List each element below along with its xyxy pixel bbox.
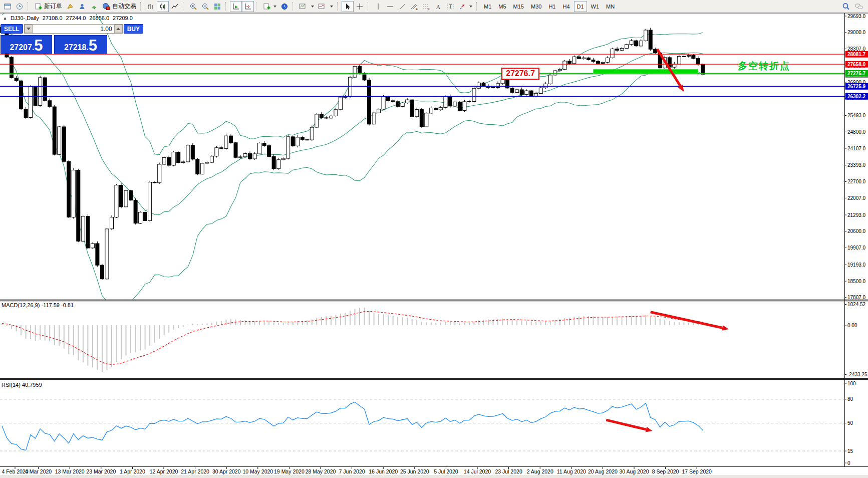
candle-body bbox=[692, 56, 695, 59]
volume-decrease-button[interactable] bbox=[25, 25, 33, 33]
price-level-flag[interactable]: 27276.7 bbox=[501, 68, 539, 80]
trend-arrow-shaft[interactable] bbox=[651, 312, 723, 328]
timeframe-button-MN[interactable]: MN bbox=[603, 1, 618, 12]
volume-input[interactable] bbox=[33, 25, 114, 33]
window-button[interactable] bbox=[2, 1, 14, 12]
indicators-icon bbox=[318, 3, 327, 11]
candle-body bbox=[339, 97, 342, 110]
trend-arrow-head[interactable] bbox=[722, 325, 729, 331]
candle-body bbox=[587, 58, 591, 60]
sell-price-box[interactable]: 27207.5 bbox=[1, 35, 52, 54]
candle-body bbox=[567, 61, 571, 64]
candle-body bbox=[429, 108, 433, 113]
candle-body bbox=[625, 45, 629, 49]
candle-body bbox=[506, 80, 509, 88]
candle-body bbox=[387, 97, 390, 101]
toolbar-separator bbox=[256, 2, 258, 11]
timeframe-button-M30[interactable]: M30 bbox=[528, 1, 544, 12]
crosshair-button[interactable] bbox=[354, 1, 366, 12]
new-order-button[interactable]: 新订单 bbox=[32, 1, 64, 12]
trend-arrow-shaft[interactable] bbox=[606, 420, 646, 429]
axis-tick-label: 17807.0 bbox=[847, 295, 866, 300]
candle-body bbox=[673, 64, 676, 67]
support-zone-rectangle[interactable] bbox=[594, 69, 698, 74]
candle-body bbox=[172, 152, 175, 165]
candle-body bbox=[577, 57, 581, 59]
new-chart-button[interactable] bbox=[260, 1, 278, 12]
trendline-button[interactable] bbox=[396, 1, 408, 12]
channel-button[interactable]: E bbox=[408, 1, 420, 12]
price-chart-canvas[interactable]: 29693.029000.028307.027593.026900.026207… bbox=[0, 13, 868, 478]
candle-body bbox=[301, 137, 304, 140]
community-button[interactable] bbox=[76, 1, 88, 12]
zoom-out-button[interactable] bbox=[199, 1, 211, 12]
candle-body bbox=[186, 145, 190, 162]
timeframe-button-M1[interactable]: M1 bbox=[481, 1, 494, 12]
candle-body bbox=[48, 101, 52, 107]
cursor-button[interactable] bbox=[342, 1, 354, 12]
arrows-button[interactable] bbox=[456, 1, 474, 12]
candle-body bbox=[291, 137, 295, 146]
toolbar-separator bbox=[183, 2, 185, 11]
zoom-in-icon bbox=[189, 3, 197, 11]
date-label: 2 Aug 2020 bbox=[527, 468, 553, 474]
candle-body bbox=[501, 80, 504, 84]
main-toolbar: 新订单 自动交易 E F A bbox=[0, 0, 868, 13]
trend-arrow-head[interactable] bbox=[646, 427, 653, 432]
timeframe-button-D1[interactable]: D1 bbox=[574, 1, 587, 12]
candle-body bbox=[110, 217, 114, 228]
candle-body bbox=[401, 103, 404, 106]
indicators-button[interactable] bbox=[316, 1, 335, 12]
rsi-line bbox=[2, 402, 703, 450]
profiles-button[interactable] bbox=[278, 1, 291, 12]
buy-price-box[interactable]: 27218.5 bbox=[54, 35, 107, 54]
candle-body bbox=[482, 83, 485, 86]
candle-body bbox=[639, 41, 643, 46]
candle-body bbox=[191, 145, 194, 159]
candle-body bbox=[463, 102, 466, 110]
toolbar-separator bbox=[293, 2, 295, 11]
buy-button[interactable]: BUY bbox=[124, 24, 143, 34]
styles-button[interactable] bbox=[64, 1, 76, 12]
auto-scroll-button[interactable] bbox=[230, 1, 242, 12]
timeframe-button-H1[interactable]: H1 bbox=[545, 1, 558, 12]
candle-body bbox=[630, 41, 633, 45]
date-label: 14 Jul 2020 bbox=[464, 468, 491, 474]
line-chart-button[interactable] bbox=[169, 1, 181, 12]
zoom-in-button[interactable] bbox=[187, 1, 199, 12]
candle-body bbox=[100, 265, 104, 279]
timeframe-button-M15[interactable]: M15 bbox=[510, 1, 527, 12]
autotrading-button[interactable]: 自动交易 bbox=[100, 1, 138, 12]
date-label: 4 Mar 2020 bbox=[25, 468, 52, 474]
tester-button[interactable] bbox=[14, 1, 26, 12]
cursor-icon bbox=[344, 3, 352, 11]
chart-objects-layer[interactable] bbox=[594, 49, 729, 432]
label-button[interactable]: T bbox=[444, 1, 456, 12]
sell-button[interactable]: SELL bbox=[1, 24, 23, 34]
signals-button[interactable] bbox=[88, 1, 100, 12]
axis-tick-label: 23393.0 bbox=[847, 162, 866, 168]
bar-chart-button[interactable] bbox=[145, 1, 157, 12]
templates-button[interactable] bbox=[297, 1, 316, 12]
axis-tick-label: 100 bbox=[847, 381, 856, 386]
chat-button[interactable] bbox=[852, 1, 866, 12]
search-button[interactable] bbox=[839, 1, 852, 12]
vertical-line-button[interactable] bbox=[372, 1, 384, 12]
tile-windows-button[interactable] bbox=[211, 1, 223, 12]
candlestick-chart-button[interactable] bbox=[157, 1, 169, 12]
timeframe-button-H4[interactable]: H4 bbox=[559, 1, 572, 12]
timeframe-button-M5[interactable]: M5 bbox=[495, 1, 509, 12]
chat-icon bbox=[854, 3, 864, 11]
turning-point-annotation[interactable]: 多空转折点 bbox=[738, 60, 790, 73]
candle-body bbox=[53, 107, 56, 154]
fibonacci-button[interactable]: F bbox=[420, 1, 432, 12]
timeframe-button-W1[interactable]: W1 bbox=[588, 1, 603, 12]
candle-body bbox=[534, 93, 538, 96]
horizontal-line-button[interactable] bbox=[384, 1, 396, 12]
text-button[interactable]: A bbox=[432, 1, 444, 12]
candle-body bbox=[682, 56, 686, 57]
chart-shift-button[interactable] bbox=[242, 1, 254, 12]
dropdown-caret-icon bbox=[330, 6, 333, 8]
volume-increase-button[interactable] bbox=[114, 25, 122, 33]
new-order-icon bbox=[34, 3, 42, 11]
